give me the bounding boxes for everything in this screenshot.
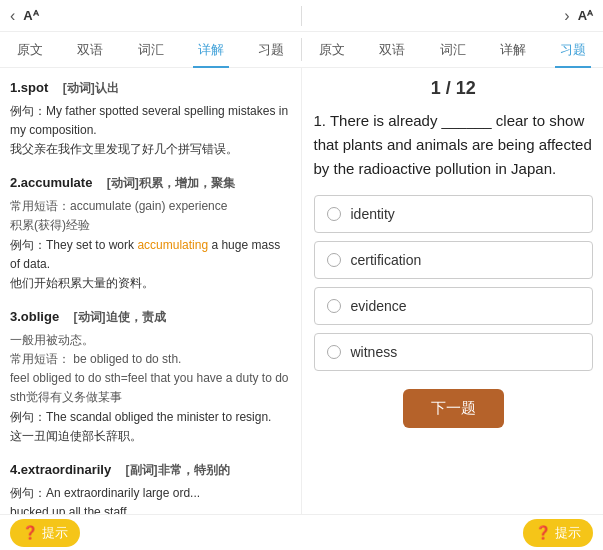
radio-identity (327, 207, 341, 221)
word-title-spot: 1.spot [动词]认出 (10, 78, 291, 99)
tab-right-yuanwen[interactable]: 原文 (302, 32, 362, 68)
main-content: 1.spot [动词]认出 例句：My father spotted sever… (0, 68, 603, 514)
left-tabs: 原文 双语 词汇 详解 习题 (0, 32, 301, 67)
option-evidence-label: evidence (351, 298, 407, 314)
common-accumulate: 常用短语：accumulate (gain) experience (10, 197, 291, 216)
common-oblige-2: feel obliged to do sth=feel that you hav… (10, 369, 291, 407)
entry-accumulate: 2.accumulate [动词]积累，增加，聚集 常用短语：accumulat… (10, 173, 291, 293)
option-witness[interactable]: witness (314, 333, 594, 371)
option-evidence[interactable]: evidence (314, 287, 594, 325)
common-oblige: 常用短语： be obliged to do sth. (10, 350, 291, 369)
option-certification-label: certification (351, 252, 422, 268)
tab-left-xiti[interactable]: 习题 (241, 32, 301, 68)
radio-certification (327, 253, 341, 267)
word-title-oblige: 3.oblige [动词]迫使，责成 (10, 307, 291, 328)
help-label-right: 提示 (555, 524, 581, 542)
option-identity-label: identity (351, 206, 395, 222)
example-oblige-en: 例句：The scandal obliged the minister to r… (10, 408, 291, 427)
entry-extraordinarily: 4.extraordinarily [副词]非常，特别的 例句：An extra… (10, 460, 291, 514)
right-panel: 1 / 12 1. There is already ______ clear … (302, 68, 604, 514)
tab-right-cihui[interactable]: 词汇 (422, 32, 482, 68)
left-arrow-btn[interactable]: ‹ (10, 7, 15, 25)
pos-extraordinarily: [副词]非常，特别的 (126, 463, 230, 477)
common-accumulate-cn: 积累(获得)经验 (10, 216, 291, 235)
example-spot-cn: 我父亲在我作文里发现了好几个拼写错误。 (10, 140, 291, 159)
top-bar-right: › Aᴬ (308, 7, 593, 25)
font-size-icon-right[interactable]: Aᴬ (578, 8, 593, 23)
help-icon-right: ❓ (535, 525, 551, 540)
word-title-accumulate: 2.accumulate [动词]积累，增加，聚集 (10, 173, 291, 194)
example-accumulate-cn-2: 他们开始积累大量的资料。 (10, 274, 291, 293)
pos-oblige: [动词]迫使，责成 (74, 310, 166, 324)
tab-right-shuangyu[interactable]: 双语 (362, 32, 422, 68)
radio-witness (327, 345, 341, 359)
pos-accumulate: [动词]积累，增加，聚集 (107, 176, 235, 190)
example-extraordinarily-en: 例句：An extraordinarily large ord... (10, 484, 291, 503)
highlight-accumulating: accumulating (137, 238, 208, 252)
right-tabs: 原文 双语 词汇 详解 习题 (302, 32, 603, 67)
tab-right-xiangjie[interactable]: 详解 (483, 32, 543, 68)
top-bar-left: ‹ Aᴬ (10, 7, 295, 25)
entry-spot: 1.spot [动词]认出 例句：My father spotted sever… (10, 78, 291, 159)
question-counter: 1 / 12 (314, 78, 594, 99)
radio-evidence (327, 299, 341, 313)
option-certification[interactable]: certification (314, 241, 594, 279)
left-panel: 1.spot [动词]认出 例句：My father spotted sever… (0, 68, 302, 514)
next-button[interactable]: 下一题 (403, 389, 504, 428)
example-oblige-cn: 这一丑闻迫使部长辞职。 (10, 427, 291, 446)
bottom-bar: ❓ 提示 ❓ 提示 (0, 514, 603, 550)
font-size-icon-left[interactable]: Aᴬ (23, 8, 38, 23)
option-witness-label: witness (351, 344, 398, 360)
word-title-extraordinarily: 4.extraordinarily [副词]非常，特别的 (10, 460, 291, 481)
tab-right-xiti[interactable]: 习题 (543, 32, 603, 68)
tab-left-yuanwen[interactable]: 原文 (0, 32, 60, 68)
help-btn-right[interactable]: ❓ 提示 (523, 519, 593, 547)
pos-spot: [动词]认出 (63, 81, 119, 95)
tab-left-xiangjie[interactable]: 详解 (181, 32, 241, 68)
entry-oblige: 3.oblige [动词]迫使，责成 一般用被动态。 常用短语： be obli… (10, 307, 291, 446)
example-spot-en: 例句：My father spotted several spelling mi… (10, 102, 291, 140)
top-bar: ‹ Aᴬ › Aᴬ (0, 0, 603, 32)
help-btn-left[interactable]: ❓ 提示 (10, 519, 80, 547)
tabs-row: 原文 双语 词汇 详解 习题 原文 双语 词汇 详解 习题 (0, 32, 603, 68)
tab-left-shuangyu[interactable]: 双语 (60, 32, 120, 68)
top-divider (301, 6, 302, 26)
example-extraordinarily-cn: bucked up all the staff. (10, 503, 291, 514)
right-arrow-btn[interactable]: › (564, 7, 569, 25)
help-icon-left: ❓ (22, 525, 38, 540)
example-accumulate-en: 例句：They set to work accumulating a huge … (10, 236, 291, 274)
tab-left-cihui[interactable]: 词汇 (120, 32, 180, 68)
question-text: 1. There is already ______ clear to show… (314, 109, 594, 181)
note-oblige: 一般用被动态。 (10, 331, 291, 350)
help-label-left: 提示 (42, 524, 68, 542)
options-list: identity certification evidence witness (314, 195, 594, 371)
option-identity[interactable]: identity (314, 195, 594, 233)
